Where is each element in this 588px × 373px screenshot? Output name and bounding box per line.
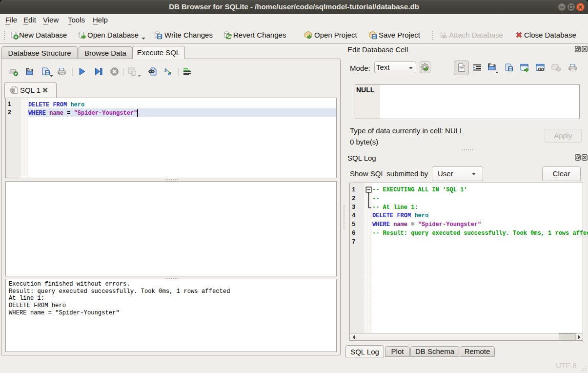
svg-text:b: b [164,67,167,73]
